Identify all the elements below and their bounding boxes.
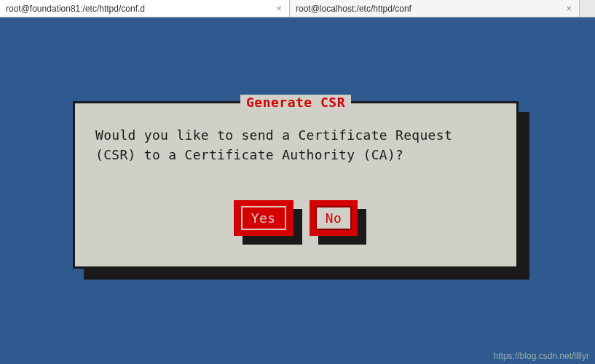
no-button[interactable]: No [310,200,358,236]
terminal-area: Generate CSR Would you like to send a Ce… [0,17,595,364]
tab-terminal-2[interactable]: root@localhost:/etc/httpd/conf × [290,0,580,17]
watermark: https://blog.csdn.net/llllyr [494,351,589,361]
tab-label: root@localhost:/etc/httpd/conf [296,4,411,14]
tab-bar: root@foundation81:/etc/httpd/conf.d × ro… [0,0,595,17]
dialog-title-row: Generate CSR [75,95,516,109]
no-button-label: No [315,206,352,230]
button-row: Yes No [75,200,516,236]
close-icon[interactable]: × [564,3,573,14]
generate-csr-dialog: Generate CSR Would you like to send a Ce… [73,101,519,269]
no-button-wrap: No [310,200,358,236]
yes-button-wrap: Yes [234,200,293,236]
dialog-message: Would you like to send a Certificate Req… [95,125,496,165]
close-icon[interactable]: × [275,3,283,14]
yes-button[interactable]: Yes [234,200,293,236]
tab-label: root@foundation81:/etc/httpd/conf.d [6,4,145,14]
dialog-title: Generate CSR [240,95,351,110]
yes-button-label: Yes [241,206,286,230]
tab-terminal-1[interactable]: root@foundation81:/etc/httpd/conf.d × [0,0,290,17]
